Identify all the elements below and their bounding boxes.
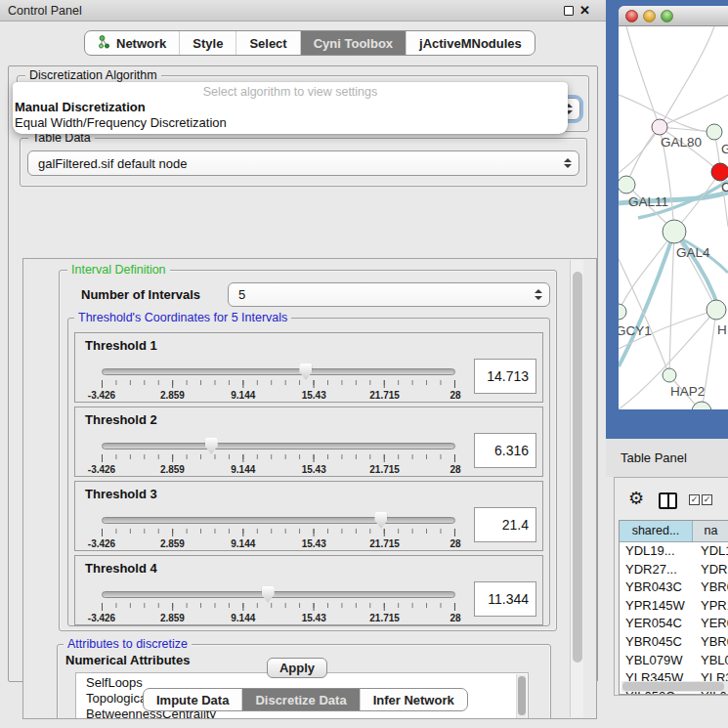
slider-tick-labels: -3.426 2.859 9.144 15.43 21.715 28 bbox=[102, 390, 455, 402]
threshold-1-label: Threshold 1 bbox=[85, 338, 157, 353]
cyni-bottom-tabs: Impute Data Discretize Data Infer Networ… bbox=[143, 688, 468, 711]
table-row[interactable]: YER054CYER0 bbox=[620, 615, 728, 633]
network-canvas[interactable]: GAL80 G. C GAL11 GAL4 GCY1 H HAP2 bbox=[619, 26, 728, 409]
cyni-toolbox-panel: Discretization Algorithm Table Data galF… bbox=[8, 65, 598, 682]
cell[interactable]: YBL079W bbox=[620, 652, 693, 670]
node-gal4[interactable] bbox=[663, 220, 686, 243]
tab-cyni-toolbox[interactable]: Cyni Toolbox bbox=[300, 31, 406, 55]
slider-thumb[interactable] bbox=[205, 438, 218, 454]
cell[interactable]: YPR145W bbox=[620, 597, 693, 616]
tab-jactivemnodules[interactable]: jActiveMNodules bbox=[406, 31, 535, 55]
cell[interactable]: YDL1 bbox=[693, 542, 728, 561]
column-header-name[interactable]: na bbox=[693, 521, 728, 541]
tick-label: 21.715 bbox=[369, 613, 400, 623]
columns-icon[interactable] bbox=[659, 492, 677, 509]
slider-tick-labels: -3.426 2.859 9.144 15.43 21.715 28 bbox=[102, 613, 455, 624]
tab-style[interactable]: Style bbox=[179, 31, 236, 55]
threshold-2-value-field[interactable]: 6.316 bbox=[474, 433, 536, 468]
table-row[interactable]: YPR145WYPR1 bbox=[620, 597, 728, 616]
node-top-right[interactable] bbox=[707, 124, 722, 140]
algorithm-option-equal-width[interactable]: Equal Width/Frequency Discretization bbox=[13, 114, 568, 130]
threshold-2-slider[interactable]: -3.426 2.859 9.144 15.43 21.715 28 bbox=[102, 443, 455, 476]
threshold-3-slider[interactable]: -3.426 2.859 9.144 15.43 21.715 28 bbox=[102, 517, 455, 550]
threshold-4-slider[interactable]: -3.426 2.859 9.144 15.43 21.715 28 bbox=[102, 591, 455, 624]
threshold-1-slider[interactable]: -3.426 2.859 9.144 15.43 21.715 28 bbox=[102, 368, 455, 402]
number-of-intervals-spinner[interactable]: 5 bbox=[228, 282, 550, 307]
node-h[interactable] bbox=[707, 300, 726, 320]
spinner-arrows-icon bbox=[534, 289, 542, 300]
slider-thumb[interactable] bbox=[262, 586, 275, 603]
tick-label: 2.859 bbox=[160, 390, 185, 401]
checkbox-icon[interactable]: ✓ bbox=[689, 494, 700, 505]
table-row[interactable]: YDL19...YDL1 bbox=[620, 542, 728, 561]
threshold-4-label: Threshold 4 bbox=[85, 561, 157, 576]
float-window-icon[interactable] bbox=[564, 6, 574, 16]
table-row[interactable]: YBR043CYBR0 bbox=[620, 578, 728, 597]
slider-track[interactable] bbox=[102, 591, 455, 598]
list-scrollbar[interactable] bbox=[516, 674, 527, 719]
node-red-selected[interactable] bbox=[711, 163, 728, 181]
table-data-combobox[interactable]: galFiltered.sif default node bbox=[27, 150, 579, 176]
tab-impute-data[interactable]: Impute Data bbox=[144, 689, 241, 710]
algorithm-option-manual[interactable]: Manual Discretization bbox=[13, 99, 568, 114]
algorithm-placeholder-option[interactable]: Select algorithm to view settings bbox=[13, 82, 568, 99]
slider-thumb[interactable] bbox=[374, 512, 387, 529]
threshold-3-value-field[interactable]: 21.4 bbox=[474, 507, 536, 542]
cell[interactable]: YBR0 bbox=[693, 578, 728, 597]
cell[interactable]: YBR045C bbox=[620, 633, 693, 652]
threshold-1-card: Threshold 1 -3.426 2.859 9.144 15.43 21.… bbox=[74, 332, 543, 403]
node-gal11[interactable] bbox=[619, 176, 635, 193]
cell[interactable]: YER054C bbox=[620, 615, 693, 633]
gear-icon[interactable]: ⚙ bbox=[628, 488, 644, 509]
tab-select[interactable]: Select bbox=[236, 31, 299, 55]
node-bottom[interactable] bbox=[692, 402, 711, 409]
table-data-combobox-value: galFiltered.sif default node bbox=[28, 156, 563, 171]
cell[interactable]: YPR1 bbox=[693, 597, 728, 616]
slider-track[interactable] bbox=[102, 443, 455, 450]
scrollbar-thumb[interactable] bbox=[573, 272, 582, 663]
tab-infer-network[interactable]: Infer Network bbox=[360, 689, 467, 710]
slider-thumb[interactable] bbox=[299, 364, 312, 380]
tab-discretize-data[interactable]: Discretize Data bbox=[241, 689, 359, 710]
table-horizontal-scrollbar[interactable] bbox=[621, 681, 728, 692]
node-attribute-table[interactable]: shared... na YDL19...YDL1 YDR27...YDR2 Y… bbox=[619, 520, 728, 695]
cell[interactable]: YDR2 bbox=[693, 561, 728, 579]
node-hap2[interactable] bbox=[663, 368, 676, 382]
mac-minimize-icon[interactable] bbox=[643, 10, 656, 22]
table-row[interactable]: YBR045CYBR0 bbox=[620, 633, 728, 652]
tick-label: 9.144 bbox=[231, 464, 255, 475]
node-gal80[interactable] bbox=[652, 119, 667, 135]
table-panel: ⚙ ✓ ✓ shared... na YDL19...YDL1 YDR27...… bbox=[614, 477, 728, 696]
cell[interactable]: YDL19... bbox=[620, 542, 693, 561]
mac-close-icon[interactable] bbox=[625, 10, 638, 22]
cell[interactable]: YBR043C bbox=[620, 578, 693, 597]
mac-zoom-icon[interactable] bbox=[661, 10, 673, 22]
table-row[interactable]: YBL079WYBL0 bbox=[620, 652, 728, 670]
node-label-gal4: GAL4 bbox=[676, 245, 710, 260]
cell[interactable]: YDR27... bbox=[620, 561, 693, 579]
cell[interactable]: YBL0 bbox=[693, 652, 728, 670]
table-row[interactable]: YDR27...YDR2 bbox=[620, 561, 728, 579]
cell[interactable]: YBR0 bbox=[693, 633, 728, 652]
thresholds-group-title: Threshold's Coordinates for 5 Intervals bbox=[74, 311, 291, 324]
slider-major-ticks bbox=[102, 454, 455, 462]
threshold-4-value-field[interactable]: 11.344 bbox=[474, 581, 536, 617]
slider-tick-labels: -3.426 2.859 9.144 15.43 21.715 28 bbox=[102, 464, 455, 476]
threshold-1-value-field[interactable]: 14.713 bbox=[474, 359, 536, 394]
tab-network[interactable]: Network bbox=[85, 31, 179, 55]
scrollbar-thumb[interactable] bbox=[622, 682, 724, 691]
column-header-shared-name[interactable]: shared... bbox=[620, 521, 693, 541]
apply-button[interactable]: Apply bbox=[267, 658, 327, 678]
tick-label: 28 bbox=[450, 464, 460, 475]
slider-track[interactable] bbox=[102, 517, 455, 524]
network-window: GAL80 G. C GAL11 GAL4 GCY1 H HAP2 bbox=[619, 6, 728, 409]
checkbox-icon[interactable]: ✓ bbox=[702, 494, 712, 505]
close-icon[interactable]: ✕ bbox=[579, 3, 590, 18]
network-graph bbox=[619, 26, 728, 409]
discretization-algorithm-group-title: Discretization Algorithm bbox=[25, 68, 161, 82]
cell[interactable]: YER0 bbox=[693, 615, 728, 633]
tick-label: 15.43 bbox=[302, 613, 326, 623]
slider-track[interactable] bbox=[102, 368, 455, 375]
node-gcy1[interactable] bbox=[619, 304, 626, 320]
settings-vertical-scrollbar[interactable] bbox=[570, 260, 583, 717]
